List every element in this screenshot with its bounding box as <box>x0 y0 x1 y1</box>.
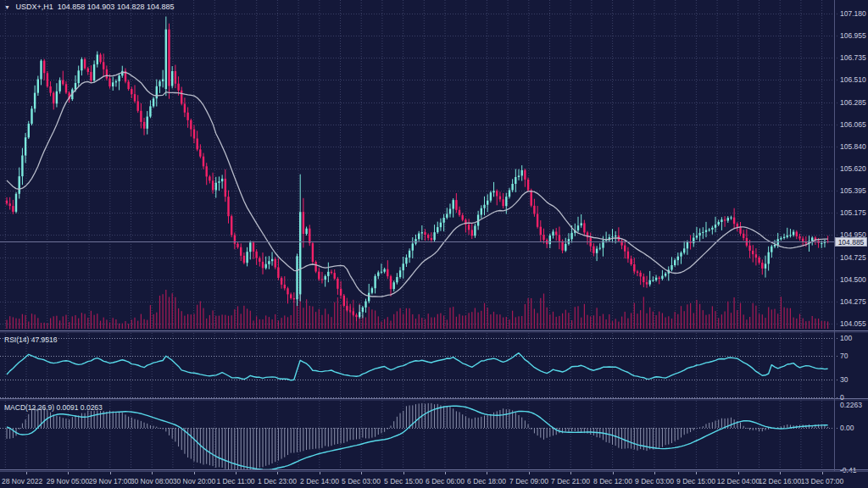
volume-bar <box>53 316 54 329</box>
volume-bar <box>462 316 463 330</box>
volume-bar <box>649 308 650 329</box>
candle-body <box>440 223 442 227</box>
volume-bar <box>13 317 14 329</box>
price-scale-label: 106.735 <box>840 53 866 62</box>
volume-bar <box>609 314 609 329</box>
volume-bar <box>119 324 120 329</box>
candle-body <box>25 137 26 155</box>
candle-body <box>134 94 136 101</box>
candle-body <box>318 272 320 280</box>
time-label: 12 Dec 16:00 <box>759 477 802 485</box>
volume-bar <box>603 314 604 329</box>
candle-body <box>755 254 757 258</box>
candle-body <box>702 232 704 233</box>
candle-body <box>599 248 601 249</box>
candle-body <box>724 219 726 220</box>
time-tick <box>487 472 487 474</box>
candle-body <box>255 252 257 258</box>
panel-separator[interactable] <box>0 398 868 401</box>
volume-bar <box>41 323 42 329</box>
volume-bar <box>269 317 270 329</box>
volume-bar <box>19 319 19 329</box>
volume-bar <box>9 316 10 329</box>
time-tick <box>445 472 446 474</box>
macd-signal-line <box>7 406 828 469</box>
volume-bar <box>759 313 760 329</box>
volume-bar <box>325 308 326 329</box>
candle-body <box>471 230 473 236</box>
volume-bar <box>543 294 544 330</box>
main-price-chart[interactable] <box>0 0 868 330</box>
candle-body <box>327 272 329 276</box>
time-label: 30 Nov 08:00 <box>131 477 174 485</box>
volume-bar <box>259 319 260 329</box>
volume-bar <box>553 312 554 329</box>
time-scale[interactable]: 28 Nov 202229 Nov 05:0029 Nov 17:0030 No… <box>0 471 868 488</box>
candle-body <box>137 102 139 111</box>
volume-bar <box>109 323 110 330</box>
candle-body <box>487 201 488 205</box>
volume-bar <box>815 319 815 329</box>
time-tick <box>654 472 655 474</box>
volume-bar <box>631 313 632 329</box>
candle-body <box>381 272 382 273</box>
candle-body <box>739 227 741 234</box>
volume-bar <box>231 315 232 329</box>
price-scale[interactable]: 107.180106.955106.735106.510106.285106.0… <box>834 0 868 471</box>
rsi-indicator-panel[interactable] <box>0 333 868 398</box>
volume-bar <box>528 298 529 329</box>
candle-body <box>481 208 482 215</box>
candle-body <box>615 236 616 236</box>
candle-body <box>633 264 635 272</box>
volume-bar <box>469 313 470 329</box>
candle-body <box>421 232 423 233</box>
candle-body <box>9 203 11 206</box>
candle-body <box>259 258 260 262</box>
candle-body <box>143 122 145 129</box>
volume-bar <box>25 315 26 329</box>
volume-bar <box>115 319 116 329</box>
candle-body <box>433 232 435 240</box>
volume-bar <box>559 316 559 329</box>
candle-body <box>698 233 700 236</box>
volume-bar <box>206 319 207 329</box>
volume-bar <box>793 318 794 329</box>
macd-indicator-panel[interactable] <box>0 401 868 469</box>
volume-bar <box>81 313 82 329</box>
candle-body <box>277 268 279 278</box>
volume-bar <box>625 312 626 329</box>
candle-body <box>390 276 392 289</box>
volume-bar <box>621 317 622 329</box>
candle-body <box>149 106 151 116</box>
volume-bar <box>503 318 504 329</box>
candle-body <box>240 247 242 256</box>
volume-bar <box>262 319 263 329</box>
candle-body <box>359 312 360 317</box>
candle-body <box>218 181 220 183</box>
candle-body <box>798 236 800 239</box>
candle-body <box>533 206 535 214</box>
volume-bar <box>256 316 257 329</box>
candle-body <box>243 256 245 263</box>
volume-bar <box>803 319 804 329</box>
candle-body <box>449 209 451 214</box>
candle-body <box>253 242 254 252</box>
volume-bar <box>213 310 214 329</box>
price-scale-label: 106.065 <box>840 120 866 129</box>
volume-bar <box>656 315 657 329</box>
chart-expander-icon[interactable]: ▼ <box>4 4 10 10</box>
volume-bar <box>684 311 685 329</box>
candle-body <box>268 261 270 264</box>
candle-body <box>524 170 526 180</box>
volume-bar <box>547 308 548 329</box>
volume-bar <box>749 317 750 329</box>
volume-bar <box>705 315 706 329</box>
macd-main-value: 0.0091 <box>56 403 78 412</box>
volume-bar <box>643 297 644 329</box>
volume-bar <box>69 322 70 329</box>
volume-bar <box>406 308 407 329</box>
panel-separator[interactable] <box>0 330 868 333</box>
candle-body <box>65 84 67 92</box>
candle-body <box>6 201 8 204</box>
volume-bar <box>637 313 637 329</box>
